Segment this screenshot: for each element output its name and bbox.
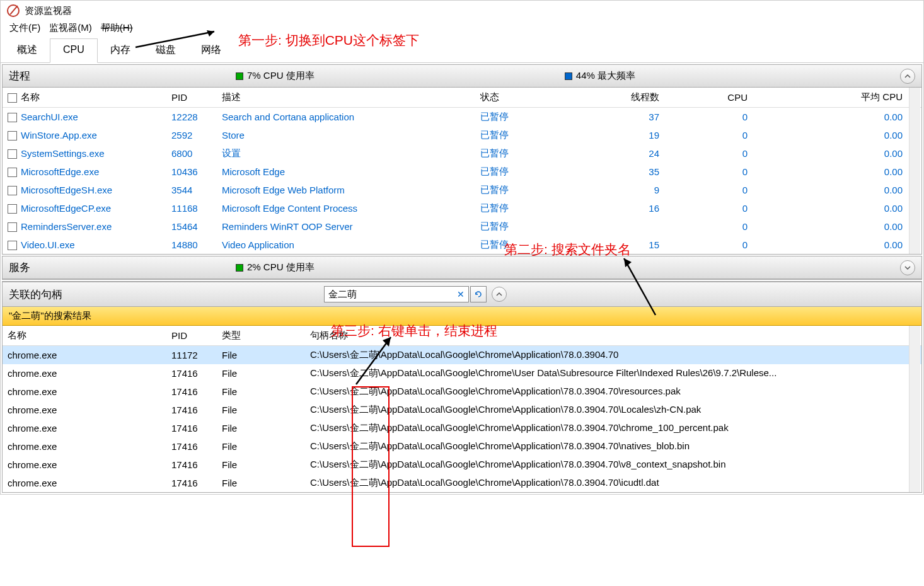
expand-services-button[interactable] bbox=[900, 260, 915, 275]
handle-row[interactable]: chrome.exe17416FileC:\Users\金二萌\AppData\… bbox=[3, 364, 921, 382]
proc-pid: 10436 bbox=[166, 163, 217, 181]
handle-row[interactable]: chrome.exe17416FileC:\Users\金二萌\AppData\… bbox=[3, 456, 921, 474]
green-square-icon bbox=[236, 264, 243, 272]
proc-name[interactable]: WinStore.App.exe bbox=[3, 126, 166, 144]
handle-pid: 17416 bbox=[166, 419, 217, 437]
hcol-name[interactable]: 名称 bbox=[3, 326, 166, 346]
tab-overview[interactable]: 概述 bbox=[4, 38, 50, 63]
handle-name: chrome.exe bbox=[3, 474, 166, 492]
proc-pid: 3544 bbox=[166, 181, 217, 199]
handle-name: chrome.exe bbox=[3, 346, 166, 365]
process-row[interactable]: MicrosoftEdge.exe10436Microsoft Edge已暂停3… bbox=[3, 163, 921, 181]
process-row[interactable]: SearchUI.exe12228Search and Cortana appl… bbox=[3, 108, 921, 127]
process-row[interactable]: WinStore.App.exe2592Store已暂停1900.00 bbox=[3, 126, 921, 144]
handle-path: C:\Users\金二萌\AppData\Local\Google\Chrome… bbox=[305, 437, 921, 456]
handles-panel: 关联的句柄 ✕ "金二萌"的搜索结果 bbox=[2, 281, 922, 493]
handle-row[interactable]: chrome.exe17416FileC:\Users\金二萌\AppData\… bbox=[3, 382, 921, 401]
handle-type: File bbox=[217, 437, 305, 456]
process-row[interactable]: SystemSettings.exe6800设置已暂停2400.00 bbox=[3, 144, 921, 163]
proc-threads: 24 bbox=[576, 144, 664, 163]
select-all-checkbox[interactable] bbox=[8, 93, 17, 103]
handle-row[interactable]: chrome.exe17416FileC:\Users\金二萌\AppData\… bbox=[3, 437, 921, 456]
process-row[interactable]: RemindersServer.exe15464Reminders WinRT … bbox=[3, 217, 921, 236]
collapse-handles-button[interactable] bbox=[492, 287, 507, 302]
refresh-search-button[interactable] bbox=[470, 286, 487, 302]
col-status[interactable]: 状态 bbox=[475, 88, 576, 108]
green-square-icon bbox=[236, 72, 243, 80]
hcol-type[interactable]: 类型 bbox=[217, 326, 305, 346]
col-desc[interactable]: 描述 bbox=[217, 88, 475, 108]
handle-name: chrome.exe bbox=[3, 382, 166, 401]
handles-scrollbar[interactable] bbox=[909, 326, 920, 492]
proc-desc: Microsoft Edge Web Platform bbox=[217, 181, 475, 199]
proc-threads: 16 bbox=[576, 199, 664, 217]
proc-name[interactable]: MicrosoftEdge.exe bbox=[3, 163, 166, 181]
menu-file[interactable]: 文件(F) bbox=[9, 22, 40, 34]
handle-pid: 17416 bbox=[166, 474, 217, 492]
proc-name[interactable]: SearchUI.exe bbox=[3, 108, 166, 127]
proc-cpu: 0 bbox=[664, 236, 753, 254]
proc-status: 已暂停 bbox=[475, 163, 576, 181]
process-row[interactable]: Video.UI.exe14880Video Application已暂停150… bbox=[3, 236, 921, 254]
processes-header[interactable]: 进程 7% CPU 使用率 44% 最大频率 bbox=[3, 65, 921, 88]
proc-cpu: 0 bbox=[664, 144, 753, 163]
handles-search-input[interactable] bbox=[325, 289, 453, 300]
col-avg[interactable]: 平均 CPU bbox=[753, 88, 921, 108]
proc-name[interactable]: SystemSettings.exe bbox=[3, 144, 166, 163]
proc-desc: Store bbox=[217, 126, 475, 144]
row-checkbox[interactable] bbox=[8, 204, 17, 214]
proc-status: 已暂停 bbox=[475, 236, 576, 254]
col-cpu[interactable]: CPU bbox=[664, 88, 753, 108]
proc-name[interactable]: RemindersServer.exe bbox=[3, 217, 166, 236]
row-checkbox[interactable] bbox=[8, 186, 17, 195]
handle-row[interactable]: chrome.exe17416FileC:\Users\金二萌\AppData\… bbox=[3, 474, 921, 492]
row-checkbox[interactable] bbox=[8, 168, 17, 177]
processes-title: 进程 bbox=[9, 69, 236, 83]
row-checkbox[interactable] bbox=[8, 222, 17, 232]
hcol-handle[interactable]: 句柄名称 bbox=[305, 326, 921, 346]
proc-desc: Video Application bbox=[217, 236, 475, 254]
collapse-processes-button[interactable] bbox=[900, 69, 915, 84]
handles-header[interactable]: 关联的句柄 ✕ bbox=[3, 282, 921, 307]
menubar: 文件(F) 监视器(M) 帮助(H) bbox=[1, 20, 923, 38]
cpu-usage-text: 7% CPU 使用率 bbox=[247, 70, 315, 82]
handles-title: 关联的句柄 bbox=[9, 287, 324, 302]
proc-avg: 0.00 bbox=[753, 236, 921, 254]
handle-row[interactable]: chrome.exe11172FileC:\Users\金二萌\AppData\… bbox=[3, 346, 921, 365]
proc-name[interactable]: MicrosoftEdgeCP.exe bbox=[3, 199, 166, 217]
col-name[interactable]: 名称 bbox=[3, 88, 166, 108]
handle-name: chrome.exe bbox=[3, 401, 166, 419]
handle-row[interactable]: chrome.exe17416FileC:\Users\金二萌\AppData\… bbox=[3, 419, 921, 437]
services-cpu-metric: 2% CPU 使用率 bbox=[236, 261, 315, 273]
processes-scrollbar[interactable] bbox=[909, 88, 920, 254]
hcol-pid[interactable]: PID bbox=[166, 326, 217, 346]
handle-pid: 17416 bbox=[166, 382, 217, 401]
row-checkbox[interactable] bbox=[8, 113, 17, 122]
row-checkbox[interactable] bbox=[8, 131, 17, 141]
tab-cpu[interactable]: CPU bbox=[50, 38, 98, 63]
col-pid[interactable]: PID bbox=[166, 88, 217, 108]
process-row[interactable]: MicrosoftEdgeCP.exe11168Microsoft Edge C… bbox=[3, 199, 921, 217]
row-checkbox[interactable] bbox=[8, 241, 17, 250]
services-header[interactable]: 服务 2% CPU 使用率 bbox=[3, 256, 921, 279]
menu-monitor[interactable]: 监视器(M) bbox=[49, 22, 92, 34]
col-threads[interactable]: 线程数 bbox=[576, 88, 664, 108]
proc-avg: 0.00 bbox=[753, 163, 921, 181]
clear-search-button[interactable]: ✕ bbox=[453, 289, 468, 299]
proc-avg: 0.00 bbox=[753, 108, 921, 127]
row-checkbox[interactable] bbox=[8, 149, 17, 159]
proc-threads: 15 bbox=[576, 236, 664, 254]
menu-help[interactable]: 帮助(H) bbox=[101, 22, 133, 34]
tab-network[interactable]: 网络 bbox=[188, 38, 234, 63]
proc-name[interactable]: Video.UI.exe bbox=[3, 236, 166, 254]
handle-row[interactable]: chrome.exe17416FileC:\Users\金二萌\AppData\… bbox=[3, 401, 921, 419]
handle-type: File bbox=[217, 456, 305, 474]
proc-desc: Microsoft Edge bbox=[217, 163, 475, 181]
chevron-up-icon bbox=[496, 291, 502, 297]
tab-memory[interactable]: 内存 bbox=[98, 38, 143, 63]
tab-disk[interactable]: 磁盘 bbox=[143, 38, 188, 63]
process-row[interactable]: MicrosoftEdgeSH.exe3544Microsoft Edge We… bbox=[3, 181, 921, 199]
proc-name[interactable]: MicrosoftEdgeSH.exe bbox=[3, 181, 166, 199]
proc-status: 已暂停 bbox=[475, 126, 576, 144]
handle-path: C:\Users\金二萌\AppData\Local\Google\Chrome… bbox=[305, 456, 921, 474]
